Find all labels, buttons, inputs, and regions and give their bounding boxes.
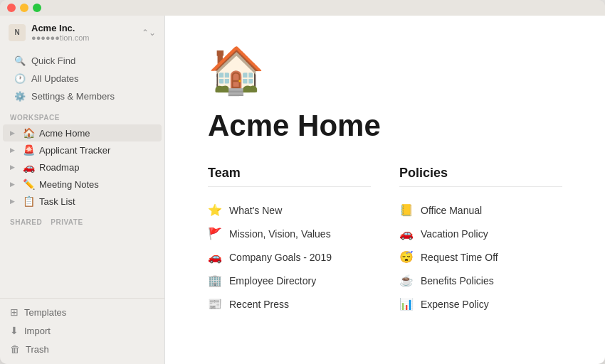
logo-text: N bbox=[14, 28, 19, 36]
sidebar-item-roadmap[interactable]: ▶ 🚗 Roadmap bbox=[3, 159, 162, 176]
item-label: Benefits Policies bbox=[421, 275, 494, 287]
templates-label: Templates bbox=[24, 307, 66, 318]
all-updates-label: All Updates bbox=[31, 73, 78, 84]
item-label: Employee Directory bbox=[229, 275, 316, 287]
meeting-notes-emoji: ✏️ bbox=[23, 178, 35, 190]
item-label: Recent Press bbox=[229, 299, 289, 310]
policies-list: 📒 Office Manual 🚗 Vacation Policy 😴 Requ… bbox=[399, 198, 562, 316]
meeting-notes-label: Meeting Notes bbox=[39, 179, 99, 190]
item-label: What's New bbox=[229, 205, 282, 216]
chevron-right-icon: ▶ bbox=[10, 198, 19, 205]
private-label: PRIVATE bbox=[51, 213, 83, 229]
acme-home-emoji: 🏠 bbox=[23, 127, 35, 139]
policies-heading: Policies bbox=[399, 166, 562, 187]
account-name: Acme Inc. bbox=[31, 23, 136, 33]
trash-item[interactable]: 🗑 Trash bbox=[0, 340, 164, 358]
sidebar-item-meeting-notes[interactable]: ▶ ✏️ Meeting Notes bbox=[3, 176, 162, 193]
settings-item[interactable]: ⚙️ Settings & Members bbox=[4, 87, 160, 105]
car2-icon: 🚗 bbox=[399, 227, 414, 240]
acme-home-label: Acme Home bbox=[39, 128, 90, 139]
workspace-logo: N bbox=[9, 24, 26, 41]
chart-icon: 📊 bbox=[399, 297, 414, 311]
page-title: Acme Home bbox=[208, 109, 562, 143]
item-label: Company Goals - 2019 bbox=[229, 252, 332, 263]
applicant-tracker-emoji: 🚨 bbox=[23, 144, 35, 156]
page-icon: 🏠 bbox=[208, 44, 562, 97]
trash-label: Trash bbox=[26, 344, 49, 355]
notebook-icon: 📒 bbox=[399, 203, 414, 217]
star-icon: ⭐ bbox=[208, 203, 222, 217]
content-grid: Team ⭐ What's New 🚩 Mission, Vision, Val… bbox=[208, 166, 562, 316]
flag-icon: 🚩 bbox=[208, 227, 222, 240]
item-label: Expense Policy bbox=[421, 299, 489, 310]
templates-item[interactable]: ⊞ Templates bbox=[0, 303, 164, 321]
all-updates-item[interactable]: 🕐 All Updates bbox=[4, 70, 160, 87]
quick-find-item[interactable]: 🔍 Quick Find bbox=[4, 52, 160, 70]
sidebar-item-applicant-tracker[interactable]: ▶ 🚨 Applicant Tracker bbox=[3, 141, 162, 159]
task-list-emoji: 📋 bbox=[23, 196, 35, 207]
app-window: N Acme Inc. ●●●●●●tion.com ⌃⌄ 🔍 Quick Fi… bbox=[0, 0, 605, 364]
import-label: Import bbox=[24, 326, 51, 336]
list-item[interactable]: 📒 Office Manual bbox=[399, 198, 562, 222]
settings-label: Settings & Members bbox=[31, 91, 115, 102]
building-icon: 🏢 bbox=[208, 274, 222, 287]
workspace-section-label: WORKSPACE bbox=[0, 108, 164, 124]
list-item[interactable]: 🚗 Vacation Policy bbox=[399, 222, 562, 245]
item-label: Vacation Policy bbox=[421, 228, 488, 240]
page-header: 🏠 Acme Home bbox=[208, 44, 562, 143]
newspaper-icon: 📰 bbox=[208, 297, 222, 311]
chevron-right-icon: ▶ bbox=[10, 146, 19, 154]
sidebar-bottom: ⊞ Templates ⬇ Import 🗑 Trash bbox=[0, 298, 164, 364]
team-list: ⭐ What's New 🚩 Mission, Vision, Values 🚗… bbox=[208, 198, 371, 316]
import-icon: ⬇ bbox=[10, 325, 19, 336]
title-bar bbox=[0, 0, 605, 16]
account-info: Acme Inc. ●●●●●●tion.com bbox=[31, 23, 136, 42]
list-item[interactable]: 🚗 Company Goals - 2019 bbox=[208, 245, 371, 269]
list-item[interactable]: ☕ Benefits Policies bbox=[399, 269, 562, 292]
list-item[interactable]: 📰 Recent Press bbox=[208, 292, 371, 316]
roadmap-emoji: 🚗 bbox=[23, 161, 35, 173]
task-list-label: Task List bbox=[39, 196, 75, 207]
applicant-tracker-label: Applicant Tracker bbox=[39, 145, 110, 156]
list-item[interactable]: ⭐ What's New bbox=[208, 198, 371, 222]
item-label: Request Time Off bbox=[421, 252, 498, 263]
sleepy-icon: 😴 bbox=[399, 250, 414, 264]
list-item[interactable]: 😴 Request Time Off bbox=[399, 245, 562, 269]
sidebar-nav: 🔍 Quick Find 🕐 All Updates ⚙️ Settings &… bbox=[0, 49, 164, 108]
close-button[interactable] bbox=[7, 4, 16, 12]
clock-icon: 🕐 bbox=[14, 73, 26, 84]
team-section: Team ⭐ What's New 🚩 Mission, Vision, Val… bbox=[208, 166, 371, 316]
list-item[interactable]: 📊 Expense Policy bbox=[399, 292, 562, 316]
templates-icon: ⊞ bbox=[10, 306, 19, 318]
item-label: Mission, Vision, Values bbox=[229, 228, 331, 240]
main-content: 🏠 Acme Home Team ⭐ What's New 🚩 Mission, bbox=[165, 16, 605, 364]
minimize-button[interactable] bbox=[20, 4, 28, 12]
item-label: Office Manual bbox=[421, 205, 482, 216]
chevron-up-down-icon: ⌃⌄ bbox=[142, 28, 156, 38]
team-heading: Team bbox=[208, 166, 371, 187]
list-item[interactable]: 🚩 Mission, Vision, Values bbox=[208, 222, 371, 245]
trash-icon: 🗑 bbox=[10, 343, 20, 355]
quick-find-label: Quick Find bbox=[31, 55, 75, 66]
account-email: ●●●●●●tion.com bbox=[31, 33, 136, 42]
sidebar-item-task-list[interactable]: ▶ 📋 Task List bbox=[3, 193, 162, 210]
shared-label: SHARED bbox=[10, 213, 42, 229]
search-icon: 🔍 bbox=[14, 55, 26, 66]
roadmap-label: Roadmap bbox=[39, 162, 79, 173]
shared-private-section: SHARED PRIVATE bbox=[0, 210, 164, 232]
gear-icon: ⚙️ bbox=[14, 91, 26, 102]
car-icon: 🚗 bbox=[208, 250, 222, 264]
account-switcher[interactable]: N Acme Inc. ●●●●●●tion.com ⌃⌄ bbox=[0, 16, 164, 49]
list-item[interactable]: 🏢 Employee Directory bbox=[208, 269, 371, 292]
coffee-icon: ☕ bbox=[399, 274, 414, 287]
workspace-items: ▶ 🏠 Acme Home ▶ 🚨 Applicant Tracker ▶ 🚗 … bbox=[0, 124, 164, 210]
chevron-right-icon: ▶ bbox=[10, 181, 19, 188]
maximize-button[interactable] bbox=[33, 4, 41, 12]
sidebar: N Acme Inc. ●●●●●●tion.com ⌃⌄ 🔍 Quick Fi… bbox=[0, 16, 165, 364]
chevron-right-icon: ▶ bbox=[10, 164, 19, 171]
policies-section: Policies 📒 Office Manual 🚗 Vacation Poli… bbox=[399, 166, 562, 316]
import-item[interactable]: ⬇ Import bbox=[0, 321, 164, 340]
chevron-right-icon: ▶ bbox=[10, 129, 19, 136]
app-body: N Acme Inc. ●●●●●●tion.com ⌃⌄ 🔍 Quick Fi… bbox=[0, 16, 605, 364]
sidebar-item-acme-home[interactable]: ▶ 🏠 Acme Home bbox=[3, 124, 162, 141]
